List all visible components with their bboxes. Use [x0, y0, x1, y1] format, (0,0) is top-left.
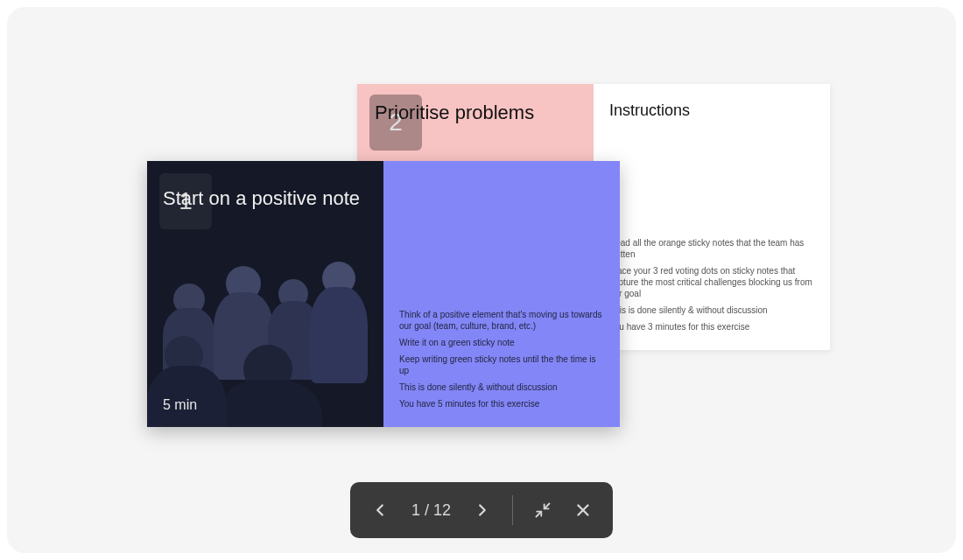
slide-1-title: Start on a positive note [163, 186, 368, 212]
toolbar-divider [512, 495, 513, 525]
slide-2-instructions-list: Read all the orange sticky notes that th… [609, 237, 814, 338]
prev-button[interactable] [362, 493, 397, 528]
current-page: 1 [411, 501, 420, 519]
chevron-left-icon [370, 500, 390, 520]
slide-1-left-panel: 1 Start on a positive note 5 min [147, 161, 383, 427]
presentation-canvas[interactable]: 2 Prioritise problems Instructions Read … [7, 7, 956, 553]
close-icon [573, 500, 593, 520]
slide-1[interactable]: 1 Start on a positive note 5 min Think o… [147, 161, 620, 427]
close-button[interactable] [566, 493, 601, 528]
slide-2-right-panel: Instructions Read all the orange sticky … [594, 84, 830, 350]
slide-2-title: Prioritise problems [375, 102, 578, 124]
list-item: You have 5 minutes for this exercise [399, 398, 604, 410]
list-item: Read all the orange sticky notes that th… [609, 237, 814, 260]
page-separator: / [420, 501, 433, 519]
slide-2-instructions-heading: Instructions [609, 102, 814, 120]
list-item: Place your 3 red voting dots on sticky n… [609, 265, 814, 299]
slide-1-right-panel: Think of a positive element that's movin… [383, 161, 620, 427]
slide-1-instructions-list: Think of a positive element that's movin… [399, 309, 604, 415]
list-item: Write it on a green sticky note [399, 337, 604, 348]
list-item: This is done silently & without discussi… [609, 304, 814, 316]
slide-1-time-label: 5 min [163, 397, 197, 413]
exit-fullscreen-button[interactable] [525, 493, 560, 528]
list-item: Keep writing green sticky notes until th… [399, 354, 604, 376]
next-button[interactable] [465, 493, 500, 528]
list-item: You have 3 minutes for this exercise [609, 321, 814, 332]
total-pages: 12 [433, 501, 451, 519]
list-item: Think of a positive element that's movin… [399, 309, 604, 332]
list-item: This is done silently & without discussi… [399, 382, 604, 393]
presentation-toolbar: 1 / 12 [350, 482, 613, 538]
page-indicator: 1 / 12 [403, 501, 460, 520]
minimize-icon [534, 501, 552, 519]
chevron-right-icon [473, 500, 492, 520]
